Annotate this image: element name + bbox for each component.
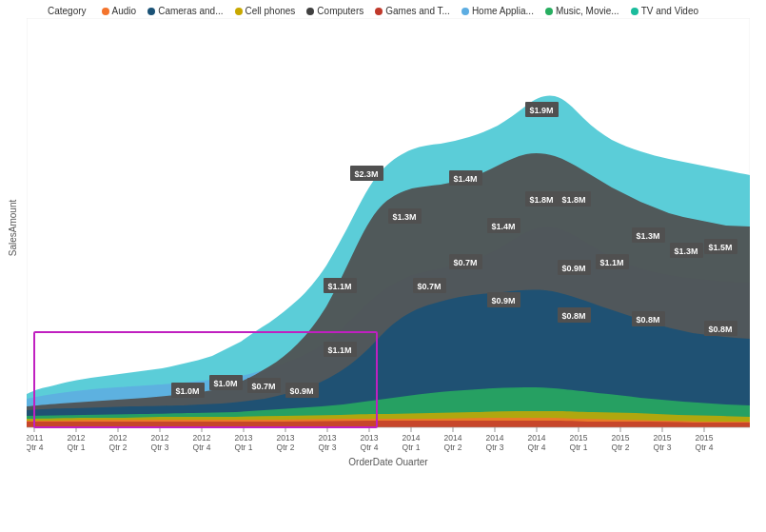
svg-text:OrderDate Quarter: OrderDate Quarter (348, 457, 428, 465)
svg-text:$1.8M: $1.8M (561, 195, 585, 205)
svg-text:$1.0M: $1.0M (213, 379, 237, 388)
y-axis-label: SalesAmount (9, 199, 19, 255)
svg-text:2012: 2012 (109, 433, 128, 443)
tvvideo-dot (631, 8, 638, 15)
svg-text:$0.7M: $0.7M (417, 282, 441, 291)
svg-text:Qtr 4: Qtr 4 (528, 443, 546, 452)
svg-text:2014: 2014 (403, 433, 421, 443)
svg-text:Qtr 3: Qtr 3 (151, 443, 169, 452)
svg-text:$1.3M: $1.3M (636, 231, 659, 241)
svg-text:Qtr 4: Qtr 4 (361, 443, 379, 452)
legend: Category Audio Cameras and... Cell phone… (0, 0, 766, 18)
svg-text:Qtr 4: Qtr 4 (193, 443, 211, 452)
legend-item-computers[interactable]: Computers (306, 6, 363, 16)
category-label: Category (48, 6, 87, 16)
svg-text:$1.0M: $1.0M (175, 386, 199, 396)
svg-text:$1.4M: $1.4M (453, 174, 477, 184)
cameras-label: Cameras and... (158, 6, 223, 16)
svg-text:2012: 2012 (151, 433, 169, 443)
computers-label: Computers (317, 6, 363, 16)
legend-item-homeappliance[interactable]: Home Applia... (462, 6, 534, 16)
area-chart: $1.0M $1.0M $0.7M $0.9M $1.1M $2.3M $1.3… (27, 18, 750, 465)
svg-text:$1.1M: $1.1M (327, 345, 351, 355)
cellphones-dot (235, 8, 243, 15)
legend-item-games[interactable]: Games and T... (375, 6, 450, 16)
svg-text:2012: 2012 (193, 433, 211, 443)
svg-text:Qtr 4: Qtr 4 (27, 443, 44, 452)
computers-dot (306, 8, 314, 15)
svg-text:Qtr 3: Qtr 3 (319, 443, 337, 452)
homeappliance-dot (462, 8, 469, 15)
svg-text:Qtr 1: Qtr 1 (68, 443, 86, 452)
svg-text:Qtr 1: Qtr 1 (570, 443, 588, 452)
svg-text:Qtr 2: Qtr 2 (612, 443, 630, 452)
svg-text:Qtr 2: Qtr 2 (109, 443, 128, 452)
svg-text:$1.3M: $1.3M (674, 246, 697, 256)
svg-text:Qtr 2: Qtr 2 (277, 443, 295, 452)
svg-text:2014: 2014 (528, 433, 546, 443)
svg-text:Qtr 1: Qtr 1 (403, 443, 421, 452)
svg-text:$1.8M: $1.8M (529, 195, 553, 205)
legend-item-cellphones[interactable]: Cell phones (235, 6, 296, 16)
svg-text:$1.3M: $1.3M (392, 212, 416, 222)
legend-item-audio[interactable]: Audio (102, 6, 137, 16)
svg-text:2014: 2014 (486, 433, 504, 443)
legend-item-music[interactable]: Music, Movie... (545, 6, 619, 16)
legend-item-cameras[interactable]: Cameras and... (147, 6, 223, 16)
svg-text:2011: 2011 (27, 433, 44, 443)
svg-text:2015: 2015 (696, 433, 714, 443)
svg-text:$0.9M: $0.9M (561, 264, 585, 273)
cellphones-label: Cell phones (246, 6, 296, 16)
svg-text:2013: 2013 (361, 433, 379, 443)
svg-text:Qtr 1: Qtr 1 (235, 443, 253, 452)
svg-text:$1.4M: $1.4M (491, 222, 515, 231)
svg-text:Qtr 4: Qtr 4 (696, 443, 714, 452)
svg-text:$1.5M: $1.5M (708, 243, 732, 252)
tvvideo-label: TV and Video (641, 6, 698, 16)
games-label: Games and T... (385, 6, 450, 16)
svg-text:$0.7M: $0.7M (453, 258, 477, 267)
svg-text:$0.8M: $0.8M (561, 311, 585, 321)
svg-text:2012: 2012 (68, 433, 86, 443)
svg-text:$0.7M: $0.7M (251, 382, 275, 391)
svg-text:2013: 2013 (277, 433, 295, 443)
music-label: Music, Movie... (556, 6, 619, 16)
svg-text:$0.9M: $0.9M (491, 296, 515, 305)
svg-text:$1.1M: $1.1M (599, 258, 623, 267)
svg-text:$0.9M: $0.9M (289, 386, 313, 396)
svg-text:$1.1M: $1.1M (327, 282, 351, 291)
music-dot (545, 8, 553, 15)
games-dot (375, 8, 383, 15)
svg-text:Qtr 2: Qtr 2 (444, 443, 462, 452)
svg-text:2013: 2013 (235, 433, 253, 443)
legend-item-tvvideo[interactable]: TV and Video (631, 6, 698, 16)
cameras-dot (147, 8, 155, 15)
svg-text:$2.3M: $2.3M (354, 169, 378, 179)
audio-dot (102, 8, 109, 15)
svg-text:2015: 2015 (612, 433, 630, 443)
svg-text:2015: 2015 (654, 433, 672, 443)
svg-text:$1.9M: $1.9M (529, 106, 553, 115)
svg-text:2014: 2014 (444, 433, 462, 443)
svg-text:Qtr 3: Qtr 3 (654, 443, 672, 452)
svg-text:2013: 2013 (319, 433, 337, 443)
svg-text:2015: 2015 (570, 433, 588, 443)
homeappliance-label: Home Applia... (472, 6, 534, 16)
audio-label: Audio (112, 6, 137, 16)
chart-container: Category Audio Cameras and... Cell phone… (0, 0, 766, 532)
svg-text:Qtr 3: Qtr 3 (486, 443, 504, 452)
svg-text:$0.8M: $0.8M (636, 315, 659, 325)
svg-text:$0.8M: $0.8M (708, 325, 732, 334)
